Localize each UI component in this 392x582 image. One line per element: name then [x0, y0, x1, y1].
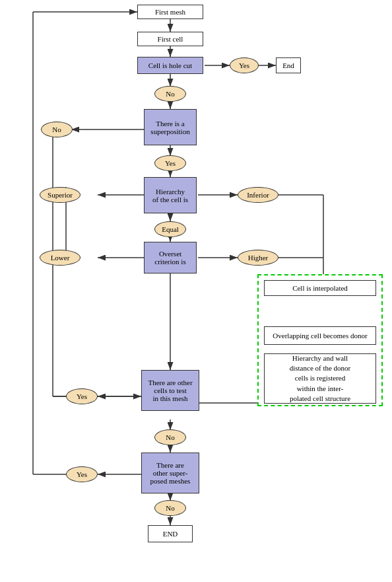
first-cell-box: First cell: [137, 32, 203, 46]
lower-ellipse: Lower: [40, 250, 81, 266]
other-cells-box: There are other cells to test in this me…: [141, 370, 199, 411]
overset-box: Overset criterion is: [144, 242, 197, 273]
yes-super-ellipse: Equal Yes: [154, 155, 186, 171]
equal-ellipse: Equal: [154, 221, 186, 237]
superposition-box: There is a superposition: [144, 109, 197, 145]
no-hole-ellipse: No: [154, 86, 186, 102]
yes-hole-cut-ellipse: Yes: [230, 57, 259, 73]
flowchart-diagram: First mesh First cell Cell is hole cut Y…: [0, 0, 392, 582]
donor-box: Overlapping cell becomes donor: [264, 326, 376, 345]
no-cells-ellipse: No: [154, 429, 186, 445]
yes-cells-ellipse: Yes: [66, 388, 98, 404]
yes-meshes-ellipse: Yes: [66, 466, 98, 482]
higher-ellipse: Higher: [238, 250, 278, 266]
end-final-box: END: [148, 525, 193, 542]
first-mesh-box: First mesh: [137, 5, 203, 19]
hierarchy-donor-box: Hierarchy and wall distance of the donor…: [264, 353, 376, 404]
hole-cut-box: Cell is hole cut: [137, 57, 203, 74]
end-box: End: [276, 57, 301, 73]
inferior-ellipse: Inferior: [238, 187, 278, 203]
no-meshes-ellipse: No: [154, 500, 186, 516]
hierarchy-box: Hierarchy of the cell is: [144, 177, 197, 213]
other-meshes-box: There are other super- posed meshes: [141, 453, 199, 493]
no-super-ellipse: No: [41, 122, 73, 137]
superior-ellipse: Superior: [40, 187, 81, 203]
interpolated-box: Cell is interpolated: [264, 280, 376, 296]
